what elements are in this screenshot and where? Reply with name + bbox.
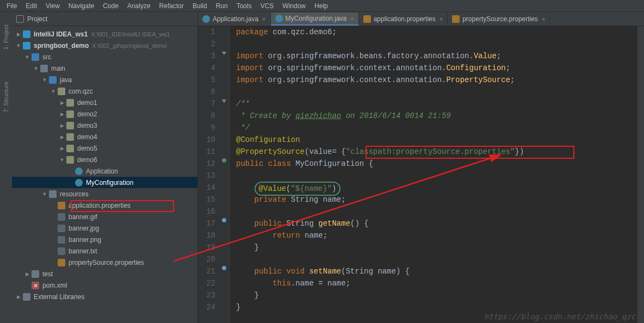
menu-refactor[interactable]: Refactor xyxy=(155,1,188,11)
code-line[interactable]: @Value("${name}") xyxy=(236,182,644,194)
tree-file[interactable]: banner.png xyxy=(12,234,197,245)
code-line[interactable]: private String name; xyxy=(236,194,644,206)
editor-scrollbar[interactable] xyxy=(637,26,644,323)
tree-folder-src[interactable]: src xyxy=(12,51,197,63)
menu-build[interactable]: Build xyxy=(188,1,212,11)
menu-help[interactable]: Help xyxy=(310,1,332,11)
menu-view[interactable]: View xyxy=(41,1,64,11)
menu-analyze[interactable]: Analyze xyxy=(123,1,155,11)
tree-arrow-icon[interactable] xyxy=(59,145,65,152)
tree-arrow-icon[interactable] xyxy=(67,179,74,186)
tree-external-libs[interactable]: External Libraries xyxy=(12,291,197,302)
tree-package[interactable]: demo3 xyxy=(12,120,197,131)
tree-arrow-icon[interactable] xyxy=(67,168,74,175)
code-line[interactable] xyxy=(236,38,644,50)
tree-folder-resources[interactable]: resources xyxy=(12,188,197,200)
tree-file[interactable]: propertySource.properties xyxy=(12,257,197,268)
code-line[interactable] xyxy=(236,86,644,98)
code-line[interactable]: this.name = name; xyxy=(236,277,644,289)
menu-tools[interactable]: Tools xyxy=(232,1,256,11)
menu-vcs[interactable]: VCS xyxy=(256,1,278,11)
code-line[interactable]: @Configuration xyxy=(236,134,644,146)
gutter-method-icon[interactable] xyxy=(221,218,227,223)
menu-edit[interactable]: Edit xyxy=(21,1,41,11)
tree-arrow-icon[interactable] xyxy=(24,282,30,289)
editor-tab[interactable]: application.properties× xyxy=(359,13,448,26)
code-line[interactable]: import org.springframework.beans.factory… xyxy=(236,50,644,62)
tree-arrow-icon[interactable] xyxy=(15,31,22,38)
tree-package[interactable]: demo1 xyxy=(12,97,197,108)
menu-window[interactable]: Window xyxy=(278,1,310,11)
tree-arrow-icon[interactable] xyxy=(59,111,65,117)
tree-arrow-icon[interactable] xyxy=(41,77,48,83)
tree-package[interactable]: demo4 xyxy=(12,131,197,142)
tree-pom[interactable]: mpom.xml xyxy=(12,279,197,291)
project-view-icon[interactable] xyxy=(16,15,24,23)
menu-file[interactable]: File xyxy=(2,1,21,11)
code-line[interactable]: } xyxy=(236,301,644,313)
tree-arrow-icon[interactable] xyxy=(24,54,30,60)
tab-close-icon[interactable]: × xyxy=(439,16,443,22)
tree-folder[interactable]: main xyxy=(12,63,197,74)
gutter-fold-icon[interactable] xyxy=(221,98,227,103)
tree-package[interactable]: demo5 xyxy=(12,142,197,154)
tree-module[interactable]: springboot_demoX:\002_git\springboot_dem… xyxy=(12,40,197,51)
editor-tab[interactable]: propertySource.properties× xyxy=(448,13,550,26)
tree-arrow-icon[interactable] xyxy=(41,191,48,197)
code-line[interactable]: return name; xyxy=(236,229,644,241)
tree-file[interactable]: banner.jpg xyxy=(12,222,197,234)
editor-tab[interactable]: MyConfiguration.java× xyxy=(271,13,359,26)
editor-tab[interactable]: Application.java× xyxy=(198,13,271,26)
gutter-run-icon[interactable] xyxy=(221,158,227,163)
tree-arrow-icon[interactable] xyxy=(50,214,57,220)
tree-arrow-icon[interactable] xyxy=(50,248,57,254)
code-content[interactable]: package com.qzc.demo6;import org.springf… xyxy=(230,26,644,323)
code-line[interactable]: package com.qzc.demo6; xyxy=(236,26,644,38)
tree-arrow-icon[interactable] xyxy=(33,65,39,72)
side-tab-structure[interactable]: 7: Structure xyxy=(0,82,12,114)
tree-file[interactable]: banner.gif xyxy=(12,211,197,222)
code-line[interactable] xyxy=(236,170,644,182)
tree-arrow-icon[interactable] xyxy=(50,237,57,243)
code-line[interactable]: * Create by qiezhichao on 2018/6/14 0014… xyxy=(236,110,644,122)
code-line[interactable]: } xyxy=(236,289,644,301)
code-line[interactable] xyxy=(236,253,644,265)
tree-arrow-icon[interactable] xyxy=(50,225,57,232)
tree-arrow-icon[interactable] xyxy=(15,42,22,49)
tab-close-icon[interactable]: × xyxy=(350,15,354,22)
tree-arrow-icon[interactable] xyxy=(24,271,30,277)
code-line[interactable]: public String getName() { xyxy=(236,218,644,229)
tree-module[interactable]: IntelliJ IDEA_ws1X:\001_IDE\IntelliJ IDE… xyxy=(12,28,197,40)
tree-package[interactable]: com.qzc xyxy=(12,85,197,97)
tree-arrow-icon[interactable] xyxy=(59,100,65,106)
gutter-fold-icon[interactable] xyxy=(221,50,227,55)
tree-file[interactable]: banner.txt xyxy=(12,245,197,257)
tab-close-icon[interactable]: × xyxy=(542,16,545,22)
gutter-method-icon[interactable] xyxy=(221,265,227,271)
tree-arrow-icon[interactable] xyxy=(15,294,22,300)
code-line[interactable]: } xyxy=(236,241,644,253)
menu-run[interactable]: Run xyxy=(212,1,232,11)
code-editor[interactable]: 123456789101112131415161718192021222324 … xyxy=(198,26,644,323)
tree-package[interactable]: demo2 xyxy=(12,108,197,120)
tree-arrow-icon[interactable] xyxy=(50,88,57,95)
tree-arrow-icon[interactable] xyxy=(50,202,57,209)
menu-navigate[interactable]: Navigate xyxy=(64,1,98,11)
tree-arrow-icon[interactable] xyxy=(59,134,65,140)
tree-java-file[interactable]: Application xyxy=(12,165,197,177)
code-line[interactable]: */ xyxy=(236,122,644,134)
side-tab-project[interactable]: 1: Project xyxy=(0,24,12,51)
tree-arrow-icon[interactable] xyxy=(59,157,65,163)
tree-folder[interactable]: java xyxy=(12,74,197,85)
code-line[interactable] xyxy=(236,206,644,218)
tree-arrow-icon[interactable] xyxy=(50,259,57,266)
code-line[interactable]: import org.springframework.context.annot… xyxy=(236,74,644,86)
tab-close-icon[interactable]: × xyxy=(262,16,265,22)
code-line[interactable]: public class MyConfiguration { xyxy=(236,158,644,170)
menu-code[interactable]: Code xyxy=(98,1,123,11)
tree-arrow-icon[interactable] xyxy=(59,122,65,129)
tree-java-file[interactable]: MyConfiguration xyxy=(12,177,197,188)
code-line[interactable]: import org.springframework.context.annot… xyxy=(236,62,644,74)
tree-folder[interactable]: test xyxy=(12,268,197,279)
tree-package[interactable]: demo6 xyxy=(12,154,197,165)
